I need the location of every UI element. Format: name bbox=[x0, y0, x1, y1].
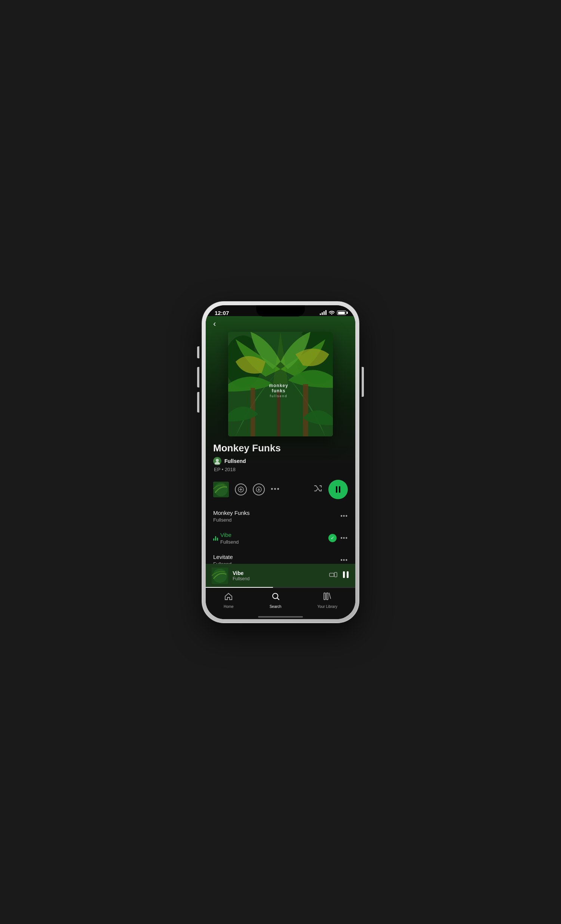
track-info: Vibe Fullsend bbox=[220, 532, 328, 545]
track-item[interactable]: Vibe Fullsend ✓ ••• bbox=[213, 527, 348, 549]
artist-row: Fullsend bbox=[213, 457, 348, 465]
now-playing-controls bbox=[329, 571, 349, 580]
signal-bar-1 bbox=[320, 314, 321, 315]
track-actions: ✓ ••• bbox=[328, 534, 348, 542]
phone-frame: 12:07 bbox=[202, 302, 359, 623]
status-bar: 12:07 bbox=[206, 305, 355, 316]
svg-text:fullsend: fullsend bbox=[270, 394, 287, 398]
tab-library-label: Your Library bbox=[317, 604, 337, 609]
mini-thumbnail bbox=[213, 482, 229, 497]
tab-home[interactable]: Home bbox=[224, 592, 234, 609]
notch bbox=[256, 305, 305, 316]
mute-button bbox=[197, 346, 199, 358]
now-playing-pause-button[interactable] bbox=[343, 571, 349, 580]
signal-bar-4 bbox=[325, 310, 326, 315]
track-actions: ••• bbox=[340, 557, 348, 564]
track-artist: Fullsend bbox=[213, 517, 340, 523]
svg-rect-18 bbox=[334, 572, 337, 577]
track-list: Monkey Funks Fullsend ••• bbox=[206, 505, 355, 564]
now-playing-title: Vibe bbox=[233, 570, 325, 576]
track-info: Levitate Fullsend bbox=[213, 554, 340, 564]
now-playing-bar[interactable]: Vibe Fullsend bbox=[206, 564, 355, 588]
home-icon bbox=[224, 592, 233, 603]
play-pause-button[interactable] bbox=[328, 480, 348, 499]
search-icon bbox=[271, 592, 280, 603]
svg-rect-6 bbox=[277, 392, 281, 436]
playing-indicator bbox=[213, 536, 218, 541]
tab-library[interactable]: Your Library bbox=[317, 592, 337, 609]
track-actions: ••• bbox=[340, 513, 348, 519]
track-item[interactable]: Levitate Fullsend ••• bbox=[213, 549, 348, 564]
track-more-button[interactable]: ••• bbox=[340, 557, 348, 564]
tab-search-label: Search bbox=[270, 604, 281, 609]
avatar bbox=[213, 457, 221, 465]
progress-line bbox=[206, 587, 355, 588]
svg-text:monkey: monkey bbox=[269, 383, 288, 388]
tab-search[interactable]: Search bbox=[270, 592, 281, 609]
artist-name: Fullsend bbox=[224, 458, 246, 464]
track-artist: Fullsend bbox=[213, 561, 340, 564]
playing-bar-1 bbox=[213, 538, 214, 541]
back-button[interactable]: ‹ bbox=[206, 316, 355, 332]
album-art: monkey funks fullsend bbox=[228, 332, 333, 436]
track-name: Monkey Funks bbox=[213, 510, 340, 516]
add-button[interactable] bbox=[235, 483, 247, 495]
volume-up-button bbox=[197, 367, 199, 387]
tab-bar: Home Search bbox=[206, 588, 355, 616]
battery-fill bbox=[338, 312, 345, 314]
album-art-container: monkey funks fullsend bbox=[206, 332, 355, 442]
battery-icon bbox=[337, 310, 346, 315]
tab-home-label: Home bbox=[224, 604, 234, 609]
avatar-inner bbox=[213, 457, 221, 465]
svg-rect-20 bbox=[347, 571, 349, 578]
app-content[interactable]: ‹ bbox=[206, 316, 355, 564]
pause-bar-right bbox=[339, 486, 340, 493]
svg-point-16 bbox=[213, 568, 227, 583]
svg-rect-17 bbox=[329, 573, 334, 576]
track-name: Levitate bbox=[213, 554, 340, 560]
track-more-button[interactable]: ••• bbox=[340, 535, 348, 542]
svg-rect-19 bbox=[343, 571, 345, 578]
app-screen: 12:07 bbox=[206, 305, 355, 619]
pause-bar-left bbox=[336, 486, 337, 493]
svg-text:funks: funks bbox=[272, 388, 285, 393]
svg-rect-5 bbox=[303, 384, 308, 436]
volume-down-button bbox=[197, 392, 199, 412]
signal-bar-3 bbox=[323, 311, 325, 315]
signal-bar-2 bbox=[322, 312, 323, 315]
more-button[interactable]: ••• bbox=[271, 485, 280, 493]
shuffle-button[interactable] bbox=[314, 485, 322, 493]
connect-button[interactable] bbox=[329, 571, 337, 580]
now-playing-artist: Fullsend bbox=[233, 576, 325, 581]
signal-icon bbox=[320, 310, 326, 315]
svg-point-10 bbox=[216, 459, 219, 462]
controls-row: ••• bbox=[206, 477, 355, 505]
now-playing-thumbnail bbox=[212, 567, 228, 584]
phone-screen: 12:07 bbox=[206, 305, 355, 619]
ep-year: EP • 2018 bbox=[214, 466, 348, 472]
download-button[interactable] bbox=[253, 483, 265, 495]
track-more-button[interactable]: ••• bbox=[340, 513, 348, 519]
status-icons bbox=[320, 310, 346, 316]
library-icon bbox=[323, 592, 332, 603]
now-playing-info: Vibe Fullsend bbox=[233, 570, 325, 581]
album-title: Monkey Funks bbox=[213, 442, 348, 454]
album-art-svg: monkey funks fullsend bbox=[228, 332, 333, 436]
playing-bar-3 bbox=[217, 538, 218, 541]
playing-bar-2 bbox=[215, 536, 216, 541]
track-name: Vibe bbox=[220, 532, 328, 538]
home-indicator bbox=[206, 616, 355, 619]
progress-fill bbox=[206, 587, 273, 588]
svg-rect-23 bbox=[326, 593, 328, 600]
album-info: Monkey Funks Fullsend EP • 2 bbox=[206, 442, 355, 477]
pause-icon bbox=[336, 486, 340, 493]
power-button bbox=[362, 367, 364, 397]
saved-badge: ✓ bbox=[328, 534, 337, 542]
status-time: 12:07 bbox=[215, 310, 229, 316]
track-artist: Fullsend bbox=[220, 539, 328, 545]
home-bar bbox=[258, 616, 303, 618]
svg-rect-22 bbox=[324, 593, 325, 600]
track-item[interactable]: Monkey Funks Fullsend ••• bbox=[213, 505, 348, 527]
track-info: Monkey Funks Fullsend bbox=[213, 510, 340, 523]
wifi-icon bbox=[329, 310, 335, 316]
